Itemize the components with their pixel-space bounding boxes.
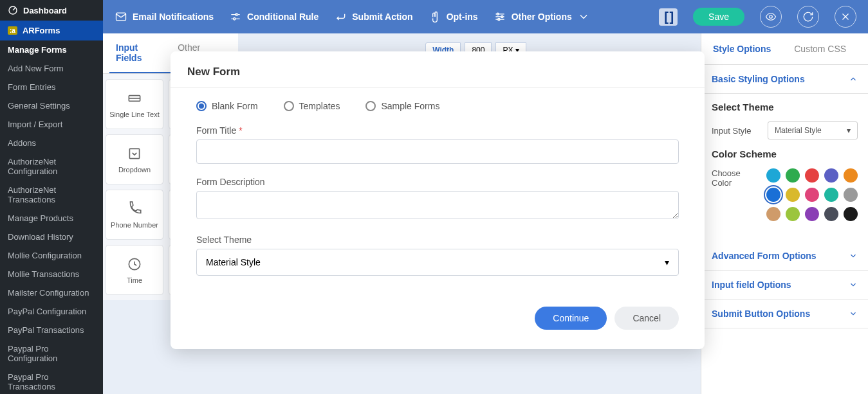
form-description-input[interactable]	[196, 191, 679, 219]
select-theme-dropdown[interactable]: Material Style ▾	[196, 249, 679, 276]
cancel-label: Cancel	[633, 313, 661, 323]
select-theme-label: Select Theme	[196, 235, 679, 245]
modal-overlay: New Form Blank Form Templates Sample For…	[0, 0, 868, 394]
modal-title: New Form	[171, 51, 705, 88]
radio-sample-label: Sample Forms	[381, 101, 439, 111]
cancel-button[interactable]: Cancel	[614, 307, 679, 330]
radio-circle-icon	[196, 101, 207, 111]
radio-circle-icon	[284, 101, 294, 111]
form-title-label: Form Title	[196, 125, 236, 136]
new-form-modal: New Form Blank Form Templates Sample For…	[171, 51, 705, 349]
radio-blank-label: Blank Form	[212, 101, 258, 111]
form-title-input[interactable]	[196, 139, 679, 164]
caret-down-icon: ▾	[665, 257, 669, 267]
continue-label: Continue	[553, 313, 589, 323]
radio-templates[interactable]: Templates	[284, 101, 340, 111]
form-description-label: Form Description	[196, 177, 679, 187]
form-type-radios: Blank Form Templates Sample Forms	[196, 101, 679, 111]
required-star: *	[239, 125, 242, 136]
radio-blank-form[interactable]: Blank Form	[196, 101, 258, 111]
radio-sample-forms[interactable]: Sample Forms	[365, 101, 439, 111]
select-theme-value: Material Style	[206, 257, 261, 267]
radio-circle-icon	[365, 101, 376, 111]
continue-button[interactable]: Continue	[535, 307, 607, 330]
radio-templates-label: Templates	[299, 101, 340, 111]
